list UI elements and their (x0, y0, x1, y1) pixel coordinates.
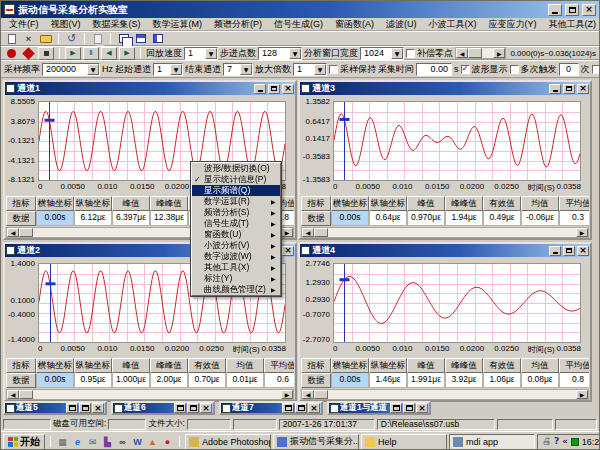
scroll-right-icon[interactable]: ▶ (576, 228, 588, 237)
scroll-right-icon[interactable]: ▶ (281, 228, 293, 237)
menu-item[interactable]: 信号生成(G) (268, 18, 329, 31)
menu-item[interactable]: 滤波(U) (380, 18, 423, 31)
close-button[interactable]: × (577, 84, 589, 94)
scroll-thumb[interactable] (468, 48, 482, 58)
wave-display-checkbox[interactable]: ✓ (461, 65, 470, 74)
zero-fill-checkbox[interactable] (406, 49, 415, 58)
minimized-window-通道6[interactable]: 通道6× (111, 401, 215, 415)
context-menu-item[interactable]: 标注(Y)▶ (192, 273, 280, 284)
start-channel-select[interactable]: 1 ▼ (153, 63, 183, 76)
matlab-icon[interactable]: ▲ (146, 435, 159, 448)
help-tray-icon[interactable]: ? (554, 437, 559, 446)
record-icon[interactable] (7, 49, 16, 58)
scroll-track[interactable] (33, 390, 281, 399)
menu-item[interactable]: 文件(F) (3, 18, 45, 31)
menu-item[interactable]: 数据采集(S) (87, 18, 147, 31)
maximize-button[interactable] (295, 403, 307, 413)
waveform-plot[interactable] (333, 263, 581, 343)
channel-titlebar[interactable]: 通道1 × (5, 82, 295, 95)
close-button[interactable]: × (92, 403, 104, 413)
tile-vertical-icon[interactable] (150, 32, 165, 45)
close-button[interactable]: × (200, 403, 212, 413)
scroll-track[interactable] (482, 48, 493, 58)
scroll-right-icon[interactable]: ▶ (281, 390, 293, 399)
waveform-plot[interactable] (333, 101, 581, 181)
collect-time-input[interactable]: 0.00 (416, 63, 452, 76)
channel-titlebar[interactable]: 通道4 × (300, 244, 590, 257)
context-menu-item[interactable]: 窗函数(U)▶ (192, 229, 280, 240)
step-points-select[interactable]: 128 ▼ (258, 47, 302, 60)
table-horizontal-scrollbar[interactable]: ◀ ▶ (301, 227, 589, 238)
context-menu-item[interactable]: 其他工具(X)▶ (192, 262, 280, 273)
minimized-window-通道1与通道[interactable]: 通道1与通道× (327, 401, 431, 415)
maximize-button[interactable] (403, 403, 415, 413)
menu-item[interactable]: 频谱分析(P) (208, 18, 268, 31)
printer-icon[interactable]: 🖨︎ (542, 437, 551, 446)
task-button[interactable]: mdi app (449, 434, 535, 450)
context-menu-item[interactable]: 小波分析(V)▶ (192, 240, 280, 251)
delete-icon[interactable]: × (21, 32, 36, 45)
minimize-button[interactable] (549, 84, 561, 94)
media-player-icon[interactable]: ● (161, 435, 174, 448)
context-menu-item[interactable]: 数学运算(R)▶ (192, 196, 280, 207)
context-menu-item[interactable]: 显示频谱(Q) (192, 185, 280, 196)
close-button[interactable]: × (282, 246, 294, 256)
play-button[interactable]: ▶ (65, 47, 81, 60)
task-button[interactable]: 振动信号采集分... (273, 434, 359, 450)
close-button[interactable]: × (582, 4, 596, 16)
end-channel-select[interactable]: 7 ▼ (223, 63, 253, 76)
maximize-button[interactable] (79, 403, 91, 413)
menu-item[interactable]: 小波工具(X) (423, 18, 483, 31)
scroll-left-icon[interactable]: ◀ (7, 390, 19, 399)
chart-app-icon[interactable]: ▙ (101, 435, 114, 448)
multi-trigger-count-input[interactable]: 0 (559, 63, 579, 76)
minimize-button[interactable] (254, 84, 266, 94)
stats-row-label-button[interactable]: 数据 (6, 211, 36, 226)
stats-row-label-button[interactable]: 数据 (301, 373, 331, 388)
context-menu-item[interactable]: 曲线颜色管理(Z)▶ (192, 284, 280, 295)
start-button[interactable]: 开始 (3, 434, 45, 450)
scroll-track[interactable] (328, 228, 576, 237)
stats-row-label-button[interactable]: 数据 (6, 373, 36, 388)
chevron-down-icon[interactable]: ▼ (87, 64, 99, 75)
menu-item[interactable]: 视图(V) (45, 18, 87, 31)
channel-titlebar[interactable]: 通道3 × (300, 82, 590, 95)
close-button[interactable]: × (282, 84, 294, 94)
minimize-button[interactable] (549, 246, 561, 256)
gain-select[interactable]: 1 ▼ (293, 63, 327, 76)
maximize-button[interactable] (563, 84, 575, 94)
restore-button[interactable] (390, 403, 402, 413)
replay-speed-select[interactable]: 1 ▼ (184, 47, 218, 60)
scroll-thumb[interactable] (314, 390, 328, 399)
context-menu-item[interactable]: 频谱分析(S)▶ (192, 207, 280, 218)
pause-button[interactable]: Ⅱ (83, 47, 99, 60)
title-bar[interactable]: 振动信号采集分析实验室 × (1, 1, 599, 18)
table-horizontal-scrollbar[interactable]: ◀ ▶ (6, 389, 294, 400)
cascade-windows-icon[interactable] (116, 32, 131, 45)
restore-button[interactable] (174, 403, 186, 413)
context-menu-item[interactable]: 数字滤波(W)▶ (192, 251, 280, 262)
context-menu-item[interactable]: 信号生成(T)▶ (192, 218, 280, 229)
copy-icon[interactable] (90, 32, 105, 45)
restore-button[interactable] (66, 403, 78, 413)
maximize-button[interactable] (187, 403, 199, 413)
minimized-window-通道5[interactable]: 通道5× (3, 401, 107, 415)
task-button[interactable]: Adobe Photoshop... (185, 434, 271, 450)
step-back-button[interactable]: ◀ (101, 47, 117, 60)
table-horizontal-scrollbar[interactable]: ◀ ▶ (301, 389, 589, 400)
scroll-left-icon[interactable]: ◀ (302, 228, 314, 237)
ie-icon[interactable]: e (71, 435, 84, 448)
playback-position-scrollbar[interactable]: ◀ ▶ (455, 47, 506, 59)
maximize-button[interactable] (268, 84, 280, 94)
menu-item[interactable]: 应变应力(Y) (483, 18, 543, 31)
chevron-down-icon[interactable]: ▼ (314, 64, 326, 75)
analysis-width-select[interactable]: 1024 ▼ (360, 47, 404, 60)
close-button[interactable]: × (577, 246, 589, 256)
scroll-left-icon[interactable]: ◀ (456, 48, 468, 58)
menu-item[interactable]: 数学运算(M) (147, 18, 209, 31)
maximize-button[interactable] (563, 246, 575, 256)
restore-button[interactable] (282, 403, 294, 413)
scroll-thumb[interactable] (19, 390, 33, 399)
restore-button[interactable] (565, 4, 579, 16)
step-forward-button[interactable]: ▶ (119, 47, 135, 60)
